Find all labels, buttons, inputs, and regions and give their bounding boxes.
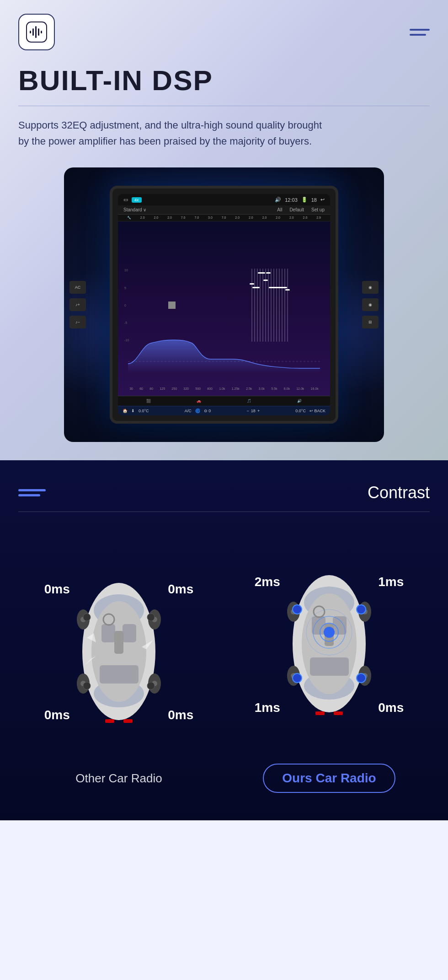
freq-30: 30: [129, 387, 133, 390]
other-car-container: 0ms 0ms 0ms 0ms: [41, 543, 197, 786]
contrast-section: Contrast 0ms 0ms 0ms 0ms: [0, 460, 448, 820]
freq-80: 80: [149, 387, 153, 390]
car-screen-unit: ▭ 4x 🔊 12:03 🔋 18 ↩ Standard: [110, 186, 338, 424]
side-buttons-left: AC ♪+ ♪−: [69, 281, 86, 328]
camera2-button[interactable]: ◉: [362, 298, 379, 311]
screen-bottom-nav: ⬛ 🚗 🎵 🔊: [118, 396, 330, 406]
plus-btn[interactable]: +: [257, 409, 260, 413]
eq-val-3: 2.0: [167, 216, 172, 220]
svg-rect-29: [123, 719, 133, 723]
header-top: [18, 14, 430, 50]
slider-11[interactable]: [279, 269, 280, 342]
slider-12[interactable]: [282, 269, 283, 342]
slider-6[interactable]: [265, 269, 266, 342]
eq-val-13: 2.0: [303, 216, 308, 220]
nav-music-icon[interactable]: 🎵: [247, 399, 251, 403]
menu-button[interactable]: [410, 29, 430, 36]
slider-8[interactable]: [271, 269, 272, 342]
other-top-left-timing: 0ms: [44, 582, 70, 597]
freq-60: 60: [139, 387, 143, 390]
contrast-divider: [18, 512, 430, 512]
svg-point-49: [357, 605, 366, 614]
slider-3[interactable]: [257, 269, 258, 342]
volume-down-button[interactable]: ♪−: [69, 316, 86, 328]
screen-controls-bar: Standard ∨ All Default Set up: [118, 205, 330, 215]
eq-start-dot: [168, 302, 176, 309]
svg-rect-5: [41, 31, 42, 33]
svg-rect-57: [334, 711, 343, 715]
back-btn[interactable]: ↩ BACK: [309, 409, 325, 413]
hamburger-line-2: [410, 34, 426, 36]
svg-point-55: [324, 627, 335, 638]
eq-val-12: 2.0: [289, 216, 294, 220]
screen-status-bar: ▭ 4x 🔊 12:03 🔋 18 ↩: [118, 194, 330, 205]
screen-minimize-icon: ▭: [123, 197, 128, 203]
svg-rect-1: [30, 31, 31, 33]
slider-9[interactable]: [273, 269, 274, 342]
title-divider: [18, 106, 430, 106]
freq-1k: 1.0k: [219, 387, 225, 390]
fan-level: 18: [251, 409, 256, 413]
eq-mode-label[interactable]: Standard ∨: [123, 207, 146, 212]
slider-10[interactable]: [276, 269, 277, 342]
slider-2[interactable]: [254, 269, 255, 342]
svg-point-51: [357, 673, 366, 683]
svg-point-26: [83, 682, 91, 689]
eq-val-8: 2.0: [235, 216, 240, 220]
eq-val-2: 2.0: [154, 216, 159, 220]
minus-btn[interactable]: −: [247, 409, 249, 413]
our-car-with-labels: 2ms 1ms 1ms 0ms: [251, 535, 407, 754]
svg-point-48: [293, 605, 302, 614]
slider-1[interactable]: [251, 269, 252, 342]
screen-climate-bar: 🏠 ⬇ 0.0°C A/C 🌀 ⊖ 0 − 18 +: [118, 406, 330, 415]
ac-label: A/C: [185, 409, 192, 413]
description-text: Supports 32EQ adjustment, and the ultra-…: [18, 117, 329, 149]
slider-4[interactable]: [260, 269, 261, 342]
screen-time-area: 🔊 12:03 🔋 18 ↩: [275, 197, 325, 203]
other-bottom-left-timing: 0ms: [44, 708, 70, 722]
back-icon[interactable]: ↩: [320, 197, 325, 203]
other-top-right-timing: 0ms: [168, 582, 193, 597]
contrast-title: Contrast: [368, 483, 430, 502]
eq-val-5: 7.0: [194, 216, 199, 220]
side-buttons-right: ◉ ◉ ⊞: [362, 281, 379, 328]
eq-tab-setup[interactable]: Set up: [311, 207, 325, 212]
slider-14[interactable]: [287, 269, 288, 342]
eq-tab-group: All Default Set up: [277, 207, 325, 212]
volume-up-button[interactable]: ♪+: [69, 298, 86, 311]
home-icon[interactable]: 🏠: [123, 409, 128, 413]
svg-point-24: [83, 614, 91, 621]
car-display-wrapper: AC ♪+ ♪− ▭ 4x 🔊 12:03 🔋: [18, 167, 430, 460]
freq-8k: 8.0k: [284, 387, 290, 390]
freq-800: 800: [207, 387, 213, 390]
wifi-icon: 🔊: [275, 197, 281, 203]
car-interior-background: AC ♪+ ♪− ▭ 4x 🔊 12:03 🔋: [64, 167, 384, 442]
nav-speaker-icon[interactable]: 🔊: [297, 399, 302, 403]
slider-13[interactable]: [284, 269, 285, 342]
slider-7[interactable]: [268, 269, 269, 342]
our-top-right-timing: 1ms: [378, 575, 404, 589]
eq-tab-default[interactable]: Default: [289, 207, 304, 212]
screen-time: 12:03: [285, 197, 298, 203]
freq-500: 500: [195, 387, 201, 390]
screen-bezel: ▭ 4x 🔊 12:03 🔋 18 ↩ Standard: [118, 194, 330, 415]
eq-slider-tracks: [251, 269, 288, 342]
eq-tab-all[interactable]: All: [277, 207, 282, 212]
svg-rect-2: [32, 28, 34, 36]
nav-eq-icon[interactable]: ⬛: [146, 399, 151, 403]
grid-button[interactable]: ⊞: [362, 316, 379, 328]
freq-3k: 3.0k: [259, 387, 265, 390]
our-car-svg-wrapper: [283, 566, 375, 723]
other-bottom-right-timing: 0ms: [168, 708, 193, 722]
svg-point-27: [147, 682, 155, 689]
car-comparison: 0ms 0ms 0ms 0ms: [18, 535, 430, 793]
our-car-label-button[interactable]: Ours Car Radio: [263, 764, 395, 793]
page-title: BUILT-IN DSP: [18, 64, 430, 97]
climate-controls: − 18 +: [247, 409, 260, 413]
freq-55k: 5.5k: [271, 387, 277, 390]
camera-button[interactable]: ◉: [362, 281, 379, 294]
nav-car-icon[interactable]: 🚗: [197, 399, 201, 403]
svg-rect-28: [105, 719, 114, 723]
svg-rect-12: [123, 624, 136, 642]
ac-button[interactable]: AC: [69, 281, 86, 294]
